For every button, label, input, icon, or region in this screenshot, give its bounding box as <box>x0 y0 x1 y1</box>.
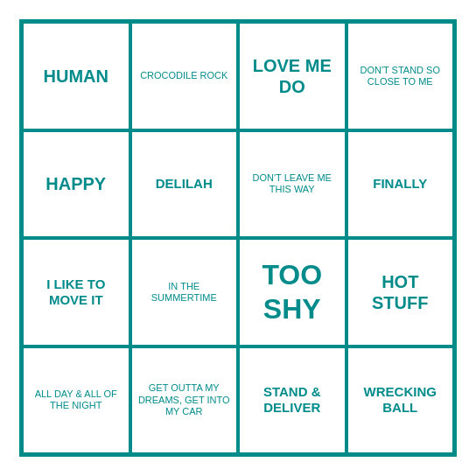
bingo-cell-r2c1: IN THE SUMMERTIME <box>130 238 239 346</box>
bingo-cell-r3c1: GET OUTTA MY DREAMS, GET INTO MY CAR <box>130 346 239 455</box>
bingo-cell-r1c3: FINALLY <box>346 130 455 239</box>
bingo-cell-r3c3: WRECKING BALL <box>346 346 455 455</box>
bingo-cell-r0c1: CROCODILE ROCK <box>130 22 239 130</box>
bingo-cell-r1c0: HAPPY <box>22 130 130 239</box>
bingo-cell-r3c0: ALL DAY & ALL OF THE NIGHT <box>22 346 130 455</box>
bingo-cell-r2c3: HOT STUFF <box>346 238 455 346</box>
bingo-cell-r2c2: TOO SHY <box>238 238 346 346</box>
bingo-board: HUMANCROCODILE ROCKLOVE ME DODON'T STAND… <box>19 19 457 457</box>
bingo-cell-r1c1: DELILAH <box>130 130 239 239</box>
bingo-cell-r1c2: DON'T LEAVE ME THIS WAY <box>238 130 346 239</box>
bingo-cell-r2c0: I LIKE TO MOVE IT <box>22 238 130 346</box>
bingo-cell-r0c0: HUMAN <box>22 22 130 130</box>
bingo-cell-r3c2: STAND & DELIVER <box>238 346 346 455</box>
bingo-cell-r0c2: LOVE ME DO <box>238 22 346 130</box>
bingo-cell-r0c3: DON'T STAND SO CLOSE TO ME <box>346 22 455 130</box>
